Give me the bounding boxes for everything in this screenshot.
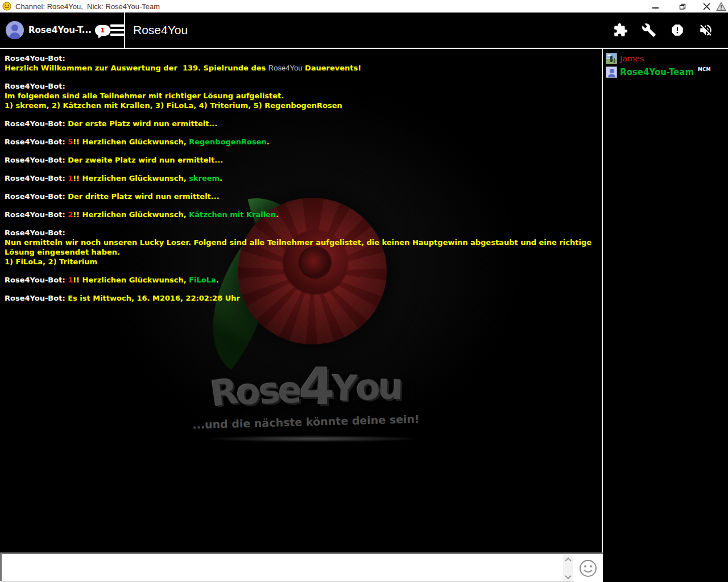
notification-count: 1	[101, 27, 105, 34]
photo-avatar	[606, 53, 617, 64]
chat-message: Rose4You-Bot: 2!! Herzlichen Glückwunsch…	[5, 210, 597, 219]
plugin-icon[interactable]	[613, 23, 628, 38]
message-text: .	[220, 174, 222, 182]
scroll-down-button[interactable]	[563, 572, 573, 581]
alert-icon[interactable]	[670, 23, 685, 38]
bot-name: Rose4You-Bot:	[5, 119, 68, 128]
mcm-badge: MCM	[698, 67, 711, 72]
close-icon	[703, 3, 710, 10]
own-nick: Rose4You-T...	[28, 25, 92, 35]
user-list: JamesRose4You-TeamMCM	[603, 49, 728, 552]
input-scrollbar[interactable]	[563, 555, 573, 581]
chat-area: Rose4You ...und die nächste könnte deine…	[0, 49, 603, 552]
header-toolbar	[613, 23, 713, 38]
scroll-up-button[interactable]	[563, 555, 573, 564]
chat-message: Rose4You-Bot: Der zweite Platz wird nun …	[5, 155, 597, 165]
wrench-icon[interactable]	[642, 23, 656, 38]
message-text: skreem	[189, 174, 220, 182]
message-text: Der dritte Platz wird nun ermittelt...	[68, 192, 220, 201]
window-title: Channel: Rose4You, Nick: Rose4You-Team	[15, 2, 160, 11]
bot-name: Rose4You-Bot:	[5, 228, 65, 237]
person-avatar	[606, 66, 617, 78]
bot-name: Rose4You-Bot:	[5, 82, 65, 90]
message-text: .	[276, 210, 279, 219]
chat-message: Rose4You-Bot: Der dritte Platz wird nun …	[5, 192, 597, 201]
bot-name: Rose4You-Bot:	[5, 276, 68, 284]
message-text: Herzlich Willkommen zur Auswertung der 1…	[5, 64, 268, 72]
sound-muted-icon[interactable]	[698, 23, 713, 38]
chat-message: Rose4You-Bot:Nun ermitteln wir noch unse…	[5, 228, 597, 267]
bot-name: Rose4You-Bot:	[5, 174, 68, 182]
close-button[interactable]	[698, 0, 715, 13]
chat-message: Rose4You-Bot: 1!! Herzlichen Glückwunsch…	[5, 173, 597, 183]
message-text: !! Herzlichen Glückwunsch,	[73, 210, 189, 219]
bot-name: Rose4You-Bot:	[5, 192, 68, 201]
bot-name: Rose4You-Bot:	[5, 138, 68, 146]
chat-message: Rose4You-Bot: Der erste Platz wird nun e…	[5, 119, 597, 128]
message-text: !! Herzlichen Glückwunsch,	[73, 276, 189, 284]
message-text: RegenbogenRosen	[189, 138, 267, 146]
chat-input[interactable]	[2, 555, 561, 580]
message-text: Der zweite Platz wird nun ermittelt...	[68, 156, 223, 164]
emoji-button[interactable]	[576, 556, 600, 580]
chat-message: Rose4You-Bot:Herzlich Willkommen zur Aus…	[5, 53, 597, 73]
message-text: 1) FiLoLa, 2) Triterium	[5, 257, 97, 266]
app-smiley-icon	[2, 2, 11, 11]
chat-message: Rose4You-Bot: 1!! Herzlichen Glückwunsch…	[5, 275, 597, 285]
watermark-shadow	[204, 435, 423, 442]
own-profile[interactable]: Rose4You-T... 1	[0, 13, 125, 48]
user-name: James	[620, 54, 644, 63]
watermark-logo: Rose4You	[180, 350, 432, 418]
user-name: Rose4You-Team	[620, 67, 694, 77]
message-text: .	[267, 138, 270, 146]
message-text: 5	[68, 138, 73, 146]
bot-name: Rose4You-Bot:	[5, 210, 68, 219]
notification-bubble-icon[interactable]: 1	[95, 25, 110, 36]
minimize-icon	[652, 7, 659, 9]
warning-icon	[716, 2, 726, 11]
message-text: FiLoLa	[189, 276, 216, 284]
message-text: Kätzchen mit Krallen	[189, 210, 276, 219]
channel-title: Rose4You	[133, 23, 188, 37]
smiley-icon	[578, 559, 598, 578]
user-list-item[interactable]: James	[603, 52, 728, 65]
window-controls	[647, 0, 728, 13]
message-text: Es ist Mittwoch, 16. M2016, 22:02:28 Uhr	[68, 294, 240, 302]
message-text: 1	[68, 174, 73, 182]
restore-button[interactable]	[674, 0, 691, 13]
bot-name: Rose4You-Bot:	[5, 294, 68, 302]
message-text: 2	[68, 210, 73, 219]
app-header: Rose4You-T... 1 Rose4You	[0, 13, 728, 49]
chat-messages: Rose4You-Bot:Herzlich Willkommen zur Aus…	[5, 53, 597, 311]
chevron-up-icon	[565, 557, 571, 563]
user-list-item[interactable]: Rose4You-TeamMCM	[603, 65, 728, 79]
restore-icon	[679, 2, 686, 10]
menu-icon[interactable]	[110, 22, 125, 38]
message-text: 1	[68, 276, 73, 284]
message-text: Nun ermitteln wir noch unseren Lucky Los…	[5, 238, 594, 256]
chat-message: Rose4You-Bot: Es ist Mittwoch, 16. M2016…	[5, 293, 597, 303]
message-text: Rose4You	[268, 64, 303, 72]
message-text: !! Herzlichen Glückwunsch,	[73, 174, 189, 182]
input-row	[0, 552, 603, 582]
chevron-down-icon	[565, 572, 571, 579]
message-text: Der erste Platz wird nun ermittelt...	[68, 119, 217, 128]
bot-name: Rose4You-Bot:	[5, 156, 68, 164]
chat-message: Rose4You-Bot:Im folgenden sind alle Teil…	[5, 81, 597, 110]
message-text: Dauerevents!	[302, 64, 361, 72]
window-titlebar: Channel: Rose4You, Nick: Rose4You-Team	[0, 0, 728, 13]
message-text: .	[216, 276, 219, 284]
message-text: !! Herzlichen Glückwunsch,	[73, 138, 189, 146]
minimize-button[interactable]	[647, 0, 664, 13]
message-text: 1) skreem, 2) Kätzchen mit Krallen, 3) F…	[5, 101, 342, 110]
message-text: Im folgenden sind alle Teilnehmer mit ri…	[5, 92, 284, 100]
chat-message: Rose4You-Bot: 5!! Herzlichen Glückwunsch…	[5, 137, 597, 147]
bot-name: Rose4You-Bot:	[5, 54, 65, 63]
avatar[interactable]	[6, 21, 24, 39]
